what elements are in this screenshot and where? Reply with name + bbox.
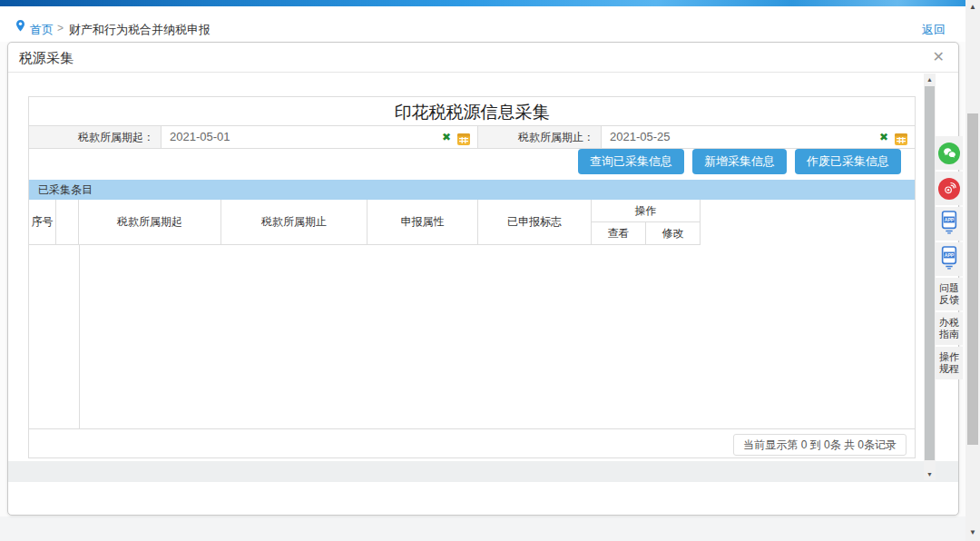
app-download-icon: APP (939, 245, 959, 273)
query-collected-button[interactable]: 查询已采集信息 (578, 149, 684, 174)
operation-rules-link[interactable]: 操作规程 (936, 347, 963, 379)
column-header-period-start: 税款所属期起 (79, 200, 221, 245)
page-scrollbar-thumb[interactable] (967, 113, 978, 445)
content-scrollbar[interactable]: ▲ ▼ (924, 74, 936, 480)
modal-title: 税源采集 (19, 50, 74, 67)
breadcrumb-separator: > (57, 22, 64, 34)
content-bottom-strip (8, 461, 958, 482)
page-title: 印花税税源信息采集 (29, 101, 915, 124)
close-icon[interactable]: ✕ (933, 48, 945, 66)
weibo-icon (938, 178, 960, 200)
clear-icon[interactable]: ✖ (879, 126, 888, 148)
modal-header: 税源采集 ✕ (8, 43, 958, 73)
content-scrollbar-thumb[interactable] (925, 86, 935, 460)
svg-text:APP: APP (945, 217, 955, 222)
column-header-view: 查看 (592, 222, 646, 245)
tax-source-collection-modal: 税源采集 ✕ 印花税税源信息采集 税款所属期起： 2021-05-01 ✖ 税款… (7, 42, 959, 516)
add-collection-button[interactable]: 新增采集信息 (692, 149, 787, 174)
period-end-value[interactable]: 2021-05-25 (610, 130, 671, 143)
table-body-empty (29, 245, 915, 429)
page-scrollbar[interactable]: ▲ ▼ (965, 0, 980, 541)
breadcrumb: 首页 > 财产和行为税合并纳税申报 返回 (0, 6, 965, 42)
breadcrumb-current: 财产和行为税合并纳税申报 (69, 22, 211, 38)
app-download-button[interactable]: APP (936, 242, 963, 276)
svg-text:APP: APP (945, 252, 955, 258)
table-body-divider (79, 245, 80, 428)
app-download-button[interactable]: APP (936, 207, 963, 241)
stamp-tax-panel: 印花税税源信息采集 税款所属期起： 2021-05-01 ✖ 税款所属期止： 2… (28, 96, 916, 458)
breadcrumb-home-link[interactable]: 首页 (30, 22, 54, 38)
feedback-link[interactable]: 问题反馈 (936, 278, 963, 310)
period-end-field[interactable]: 2021-05-25 ✖ (601, 126, 915, 148)
wechat-button[interactable] (936, 136, 963, 170)
weibo-button[interactable] (936, 172, 963, 205)
column-header-declare-attr: 申报属性 (368, 200, 478, 245)
column-header-select (56, 200, 79, 245)
column-header-declared-flag: 已申报标志 (478, 200, 592, 245)
calendar-icon[interactable] (457, 131, 470, 143)
scroll-up-icon[interactable]: ▲ (965, 1, 980, 14)
collected-items-section-bar: 已采集条目 (29, 180, 915, 200)
pagination-status: 当前显示第 0 到 0条 共 0条记录 (733, 434, 906, 456)
top-banner (0, 0, 965, 6)
scroll-up-icon[interactable]: ▲ (924, 74, 936, 85)
period-start-label: 税款所属期起： (29, 126, 161, 148)
invalidate-collected-button[interactable]: 作废已采集信息 (795, 149, 901, 174)
period-form-row: 税款所属期起： 2021-05-01 ✖ 税款所属期止： 2021-05-25 … (29, 125, 915, 149)
floating-side-toolbar: APP APP 问题反馈 办税指南 操作规程 (936, 136, 963, 381)
location-pin-icon (15, 19, 25, 35)
period-end-label: 税款所属期止： (478, 126, 601, 148)
wechat-icon (938, 143, 960, 164)
period-start-value[interactable]: 2021-05-01 (170, 130, 230, 143)
app-download-icon: APP (939, 210, 959, 238)
scroll-down-icon[interactable]: ▼ (924, 468, 936, 480)
tax-guide-link[interactable]: 办税指南 (936, 312, 963, 345)
clear-icon[interactable]: ✖ (442, 126, 451, 148)
page-background-strip (0, 516, 965, 541)
column-header-seq: 序号 (29, 200, 56, 245)
back-link[interactable]: 返回 (922, 22, 946, 38)
action-button-row: 查询已采集信息 新增采集信息 作废已采集信息 (578, 149, 901, 174)
column-header-operation: 操作 (592, 200, 701, 222)
column-header-modify: 修改 (646, 222, 701, 245)
period-start-field[interactable]: 2021-05-01 ✖ (161, 126, 478, 148)
table-header: 序号 税款所属期起 税款所属期止 申报属性 已申报标志 操作 查看 修改 (29, 200, 915, 245)
calendar-icon[interactable] (895, 131, 907, 143)
column-header-period-end: 税款所属期止 (221, 200, 368, 245)
scroll-down-icon[interactable]: ▼ (965, 526, 980, 539)
